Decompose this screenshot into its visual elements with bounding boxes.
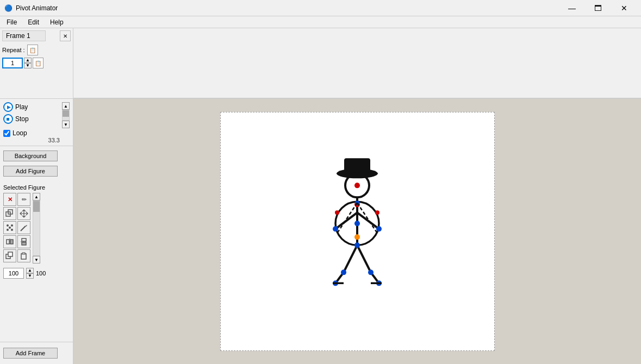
tools-scroll-down[interactable]: ▼ xyxy=(33,256,40,263)
tools-scroll-up[interactable]: ▲ xyxy=(33,193,40,200)
loop-label: Loop xyxy=(13,129,27,137)
size-spinner: ▲ ▼ xyxy=(26,268,34,279)
loop-checkbox[interactable] xyxy=(3,130,10,137)
app-title: Pivot Animator xyxy=(16,4,58,12)
svg-line-25 xyxy=(335,212,357,229)
flip-v-button[interactable] xyxy=(17,235,30,248)
menu-help[interactable]: Help xyxy=(46,17,68,27)
edit-figure-button[interactable]: ✏ xyxy=(17,193,30,206)
play-label: Play xyxy=(15,103,28,111)
copy-figure-button[interactable] xyxy=(3,249,16,262)
flip-h-button[interactable] xyxy=(3,235,16,248)
tools-scroll-track xyxy=(33,200,40,256)
clone-figure-button[interactable] xyxy=(3,207,16,220)
svg-rect-10 xyxy=(10,240,13,244)
frame-strip: Frame 1 ✕ Repeat : 📋 ▲ ▼ 📋 xyxy=(0,28,73,99)
maximize-button[interactable]: 🗖 xyxy=(586,0,611,16)
svg-point-34 xyxy=(333,226,338,231)
svg-point-44 xyxy=(375,210,379,215)
stop-label: Stop xyxy=(15,115,29,123)
svg-line-26 xyxy=(357,212,379,229)
loop-row: Loop xyxy=(3,129,70,137)
figure-container xyxy=(314,153,401,296)
window-controls: — 🗖 ✕ xyxy=(559,0,637,16)
svg-point-35 xyxy=(376,226,382,231)
background-button[interactable]: Background xyxy=(3,150,58,161)
svg-point-33 xyxy=(354,221,360,226)
figure-buttons: Background Add Figure xyxy=(0,146,73,181)
svg-rect-20 xyxy=(344,158,370,174)
fps-display: 33.3 xyxy=(3,137,70,143)
wand-button[interactable] xyxy=(17,221,30,234)
canvas-inner xyxy=(220,112,495,351)
minimize-button[interactable]: — xyxy=(559,0,584,16)
copy-frames-button[interactable]: 📋 xyxy=(27,45,38,55)
svg-point-38 xyxy=(368,269,374,275)
svg-rect-9 xyxy=(7,240,9,244)
add-frame-button[interactable]: Add Frame xyxy=(3,348,58,359)
add-figure-button[interactable]: Add Figure xyxy=(3,166,58,177)
svg-point-4 xyxy=(7,229,9,231)
svg-rect-13 xyxy=(22,242,26,245)
svg-point-41 xyxy=(354,234,360,240)
svg-point-3 xyxy=(11,224,13,227)
svg-point-36 xyxy=(354,242,360,248)
repeat-spinner: ▲ ▼ xyxy=(24,58,32,68)
svg-line-45 xyxy=(337,203,357,233)
svg-point-43 xyxy=(335,210,339,215)
delete-figure-button[interactable]: ✕ xyxy=(3,193,16,206)
repeat-spin-up[interactable]: ▲ xyxy=(24,58,32,63)
left-panel: Frame 1 ✕ Repeat : 📋 ▲ ▼ 📋 xyxy=(0,28,73,364)
add-frame-area: Add Frame xyxy=(0,342,73,364)
scroll-down-arrow[interactable]: ▼ xyxy=(62,121,70,128)
repeat-input-row: ▲ ▼ 📋 xyxy=(2,58,71,68)
canvas-area xyxy=(73,28,641,364)
drawing-area xyxy=(73,99,641,364)
svg-point-37 xyxy=(341,269,346,275)
svg-rect-16 xyxy=(8,252,13,256)
menubar: File Edit Help xyxy=(0,16,641,28)
svg-point-5 xyxy=(11,229,13,231)
titlebar: 🔵 Pivot Animator xyxy=(4,4,58,12)
svg-point-6 xyxy=(9,227,11,229)
repeat-row: Repeat : 📋 xyxy=(2,45,71,55)
top-strip xyxy=(73,28,641,99)
paste-frames-button[interactable]: 📋 xyxy=(33,58,43,68)
scatter-figure-button[interactable] xyxy=(3,221,16,234)
fps-value: 33.3 xyxy=(48,137,60,143)
size-input[interactable] xyxy=(3,268,24,279)
tools-scroll-thumb xyxy=(33,201,40,212)
size-spin-up[interactable]: ▲ xyxy=(26,268,34,273)
svg-rect-12 xyxy=(22,239,26,241)
svg-point-31 xyxy=(354,183,360,188)
scroll-thumb xyxy=(63,110,69,117)
play-row: Play xyxy=(3,102,29,112)
paste-figure-button[interactable] xyxy=(17,249,30,262)
frame-label: Frame 1 xyxy=(6,32,30,40)
close-button[interactable]: ✕ xyxy=(612,0,637,16)
stop-row: Stop xyxy=(3,114,29,124)
scroll-track xyxy=(62,110,70,121)
selected-figure-area: Selected Figure ✕ ✏ xyxy=(0,181,73,342)
stop-button[interactable] xyxy=(3,114,13,124)
scroll-up-arrow[interactable]: ▲ xyxy=(62,102,70,110)
controls-area: Play Stop ▲ ▼ Loop xyxy=(0,99,73,146)
svg-line-46 xyxy=(357,203,377,233)
delete-frame-button[interactable]: ✕ xyxy=(60,30,71,41)
app-icon: 🔵 xyxy=(4,4,13,12)
play-stop-area: Play Stop xyxy=(3,102,29,124)
tools-scrollbar: ▲ ▼ xyxy=(33,193,40,263)
figure-tools: ✕ ✏ xyxy=(3,193,30,262)
size-row: ▲ ▼ 100 xyxy=(3,268,70,279)
play-button[interactable] xyxy=(3,102,13,112)
repeat-label: Repeat : xyxy=(2,47,25,53)
svg-line-7 xyxy=(21,226,26,231)
repeat-spin-down[interactable]: ▼ xyxy=(24,63,32,68)
move-figure-button[interactable] xyxy=(17,207,30,220)
menu-file[interactable]: File xyxy=(2,17,21,27)
svg-point-2 xyxy=(7,224,9,227)
repeat-input[interactable] xyxy=(2,58,23,68)
svg-line-27 xyxy=(344,245,357,272)
menu-edit[interactable]: Edit xyxy=(23,17,43,27)
size-spin-down[interactable]: ▼ xyxy=(26,273,34,279)
